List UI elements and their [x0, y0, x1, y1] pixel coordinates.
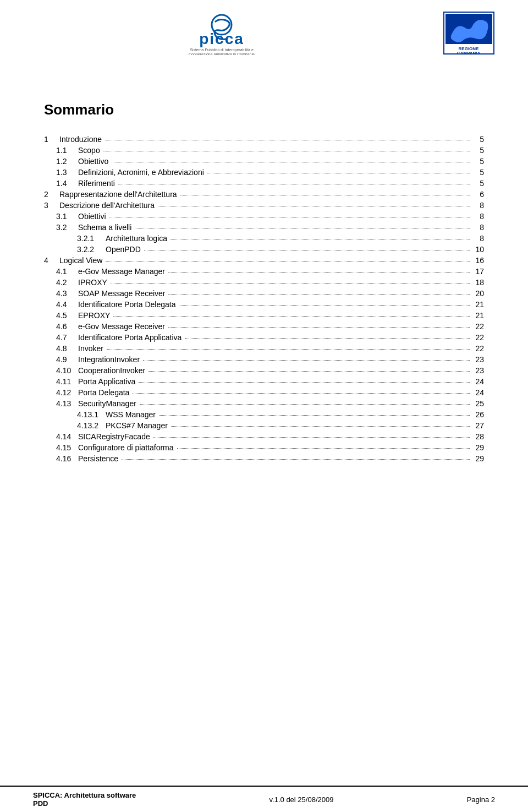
toc-item-number: 4.4 — [56, 300, 78, 309]
toc-item: 1.4 Riferimenti 5 — [44, 179, 484, 188]
toc-item-page: 29 — [473, 443, 484, 452]
toc-item: 4.11 Porta Applicativa 24 — [44, 377, 484, 386]
toc-item-label: EPROXY — [78, 311, 110, 320]
toc-item-number: 4.6 — [56, 322, 78, 331]
toc-item-dots — [158, 206, 470, 206]
toc-item-number: 1.3 — [56, 168, 78, 177]
toc-item-label: Porta Applicativa — [78, 377, 135, 386]
toc-item-label: Rappresentazione dell'Architettura — [59, 190, 177, 199]
toc-item-label: Schema a livelli — [78, 223, 131, 232]
toc-item-label: Persistence — [78, 454, 118, 463]
toc-item: 1 Introduzione 5 — [44, 135, 484, 144]
toc-item-page: 23 — [473, 366, 484, 375]
toc-item-number: 4.14 — [56, 432, 78, 441]
toc-item-page: 24 — [473, 388, 484, 397]
toc-item-number: 1.4 — [56, 179, 78, 188]
toc-item: 4.9 IntegrationInvoker 23 — [44, 355, 484, 364]
toc-item: 4.13.2 PKCS#7 Manager 27 — [44, 421, 484, 430]
toc-item-number: 3.2.1 — [77, 234, 106, 243]
toc-item: 1.1 Scopo 5 — [44, 146, 484, 155]
toc-item-dots — [168, 327, 470, 328]
toc-item-page: 8 — [473, 201, 484, 210]
toc-item-number: 3 — [44, 201, 59, 210]
toc-item-number: 4.11 — [56, 377, 78, 386]
toc-list: 1 Introduzione 5 1.1 Scopo 5 1.2 Obietti… — [44, 135, 484, 463]
toc-item-label: Identificatore Porta Delegata — [78, 300, 175, 309]
toc-item-page: 8 — [473, 212, 484, 221]
toc-item-label: IntegrationInvoker — [78, 355, 140, 364]
toc-item: 4.7 Identificatore Porta Applicativa 22 — [44, 333, 484, 342]
toc-item: 2 Rappresentazione dell'Architettura 6 — [44, 190, 484, 199]
toc-item-dots — [180, 195, 470, 195]
toc-item-number: 4.13.1 — [77, 410, 106, 419]
toc-item-number: 4.3 — [56, 289, 78, 298]
toc-item-number: 4 — [44, 256, 59, 265]
toc-item-page: 5 — [473, 146, 484, 155]
toc-item-dots — [168, 272, 470, 273]
toc-item-label: Riferimenti — [78, 179, 115, 188]
toc-item-label: e-Gov Message Receiver — [78, 322, 165, 331]
header: picca Sistema Pubblico di Interoperabili… — [0, 0, 528, 63]
toc-item-label: Scopo — [78, 146, 100, 155]
toc-item-page: 24 — [473, 377, 484, 386]
toc-item-dots — [106, 261, 470, 261]
toc-item-page: 18 — [473, 278, 484, 287]
toc-item: 4 Logical View 16 — [44, 256, 484, 265]
toc-item-label: SICARegistryFacade — [78, 432, 150, 441]
toc-item-page: 22 — [473, 333, 484, 342]
toc-item: 4.3 SOAP Message Receiver 20 — [44, 289, 484, 298]
toc-item-page: 22 — [473, 344, 484, 353]
footer-center: v.1.0 del 25/08/2009 — [270, 795, 334, 804]
toc-item-page: 6 — [473, 190, 484, 199]
toc-item-label: PKCS#7 Manager — [106, 421, 168, 430]
toc-item-dots — [144, 250, 470, 250]
footer-left: SPICCA: Architettura software PDD — [33, 791, 136, 808]
toc-item-dots — [140, 404, 470, 405]
toc-item-page: 17 — [473, 267, 484, 276]
toc-item-dots — [112, 162, 470, 162]
toc-item-dots — [207, 173, 470, 173]
toc-item-number: 2 — [44, 190, 59, 199]
toc-item: 4.12 Porta Delegata 24 — [44, 388, 484, 397]
toc-item-dots — [148, 371, 470, 372]
toc-item-dots — [185, 338, 470, 339]
toc-item: 4.5 EPROXY 21 — [44, 311, 484, 320]
toc-item-label: SOAP Message Receiver — [78, 289, 165, 298]
toc-item-label: Invoker — [78, 344, 103, 353]
toc-item: 4.4 Identificatore Porta Delegata 21 — [44, 300, 484, 309]
toc-item-number: 4.13 — [56, 399, 78, 408]
svg-text:Cooperazione applicativa in Ca: Cooperazione applicativa in Campania — [189, 52, 255, 55]
toc-item-dots — [168, 294, 470, 295]
toc-item: 1.2 Obiettivo 5 — [44, 157, 484, 166]
toc-item-number: 4.5 — [56, 311, 78, 320]
toc-item-dots — [105, 140, 470, 140]
toc-item-page: 21 — [473, 300, 484, 309]
toc-item-label: OpenPDD — [106, 245, 141, 254]
toc-item: 4.14 SICARegistryFacade 28 — [44, 432, 484, 441]
toc-item-page: 5 — [473, 135, 484, 144]
toc-item-page: 10 — [473, 245, 484, 254]
toc-item-dots — [139, 382, 470, 383]
toc-item-dots — [170, 239, 470, 239]
toc-item-number: 4.7 — [56, 333, 78, 342]
toc-item-dots — [179, 305, 470, 306]
toc-item-label: Descrizione dell'Architettura — [59, 201, 155, 210]
toc-item-dots — [133, 393, 470, 394]
toc-item-label: Obiettivi — [78, 212, 106, 221]
spicca-logo: picca Sistema Pubblico di Interoperabili… — [167, 14, 277, 55]
regione-campania-logo: REGIONE CAMPANIA — [443, 11, 495, 57]
toc-item-dots — [171, 426, 470, 427]
toc-item-number: 4.15 — [56, 443, 78, 452]
toc-item-page: 27 — [473, 421, 484, 430]
toc-item-page: 20 — [473, 289, 484, 298]
toc-item-number: 3.2 — [56, 223, 78, 232]
toc-item-page: 23 — [473, 355, 484, 364]
toc-item: 3.1 Obiettivi 8 — [44, 212, 484, 221]
svg-text:picca: picca — [199, 30, 244, 47]
toc-item-number: 1.2 — [56, 157, 78, 166]
toc-item-dots — [143, 360, 470, 361]
toc-item-page: 5 — [473, 157, 484, 166]
toc-item: 1.3 Definizioni, Acronimi, e Abbreviazio… — [44, 168, 484, 177]
toc-item-number: 3.2.2 — [77, 245, 106, 254]
toc-item: 4.8 Invoker 22 — [44, 344, 484, 353]
